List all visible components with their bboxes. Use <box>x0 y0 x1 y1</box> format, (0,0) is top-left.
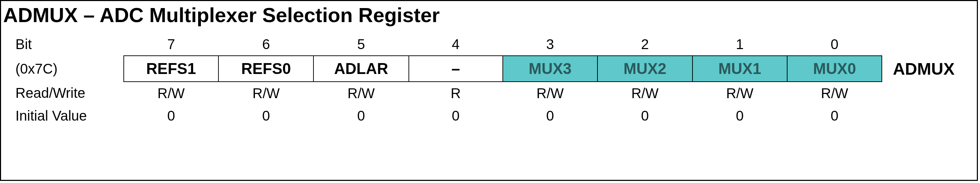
bit-num-0: 0 <box>787 33 882 56</box>
rw-5: R/W <box>313 82 409 105</box>
iv-3: 0 <box>503 105 597 127</box>
bit-num-2: 2 <box>597 33 692 56</box>
bit-num-1: 1 <box>692 33 787 56</box>
register-diagram: ADMUX – ADC Multiplexer Selection Regist… <box>0 0 978 181</box>
rw-2: R/W <box>597 82 692 105</box>
bit-num-4: 4 <box>409 33 503 56</box>
register-table-wrap: Bit 7 6 5 4 3 2 1 0 (0x7C) REFS1 REFS0 A… <box>1 33 977 127</box>
bit-mux1: MUX1 <box>692 56 787 82</box>
rw-3: R/W <box>503 82 597 105</box>
initial-value-row: Initial Value 0 0 0 0 0 0 0 0 <box>15 105 977 127</box>
bit-num-6: 6 <box>218 33 313 56</box>
rw-row-label: Read/Write <box>15 82 124 105</box>
bit-num-7: 7 <box>124 33 219 56</box>
rw-6: R/W <box>218 82 313 105</box>
iv-4: 0 <box>409 105 503 127</box>
rw-7: R/W <box>124 82 219 105</box>
bit-row-label: Bit <box>15 33 124 56</box>
bit-adlar: ADLAR <box>313 56 409 82</box>
iv-0: 0 <box>787 105 882 127</box>
address-label: (0x7C) <box>15 56 124 82</box>
bit-num-5: 5 <box>313 33 409 56</box>
iv-7: 0 <box>124 105 219 127</box>
bit-mux0: MUX0 <box>787 56 882 82</box>
register-table: Bit 7 6 5 4 3 2 1 0 (0x7C) REFS1 REFS0 A… <box>15 33 977 127</box>
iv-6: 0 <box>218 105 313 127</box>
rw-4: R <box>409 82 503 105</box>
bit-refs0: REFS0 <box>218 56 313 82</box>
register-name-label: ADMUX <box>882 56 977 82</box>
rw-1: R/W <box>692 82 787 105</box>
bit-num-3: 3 <box>503 33 597 56</box>
read-write-row: Read/Write R/W R/W R/W R R/W R/W R/W R/W <box>15 82 977 105</box>
bit-name-row: (0x7C) REFS1 REFS0 ADLAR – MUX3 MUX2 MUX… <box>15 56 977 82</box>
iv-1: 0 <box>692 105 787 127</box>
rw-0: R/W <box>787 82 882 105</box>
iv-2: 0 <box>597 105 692 127</box>
bit-mux3: MUX3 <box>503 56 597 82</box>
page-title: ADMUX – ADC Multiplexer Selection Regist… <box>1 1 977 33</box>
iv-5: 0 <box>313 105 409 127</box>
bit-mux2: MUX2 <box>597 56 692 82</box>
bit-number-row: Bit 7 6 5 4 3 2 1 0 <box>15 33 977 56</box>
bit-reserved: – <box>409 56 503 82</box>
bit-refs1: REFS1 <box>124 56 219 82</box>
initial-row-label: Initial Value <box>15 105 124 127</box>
